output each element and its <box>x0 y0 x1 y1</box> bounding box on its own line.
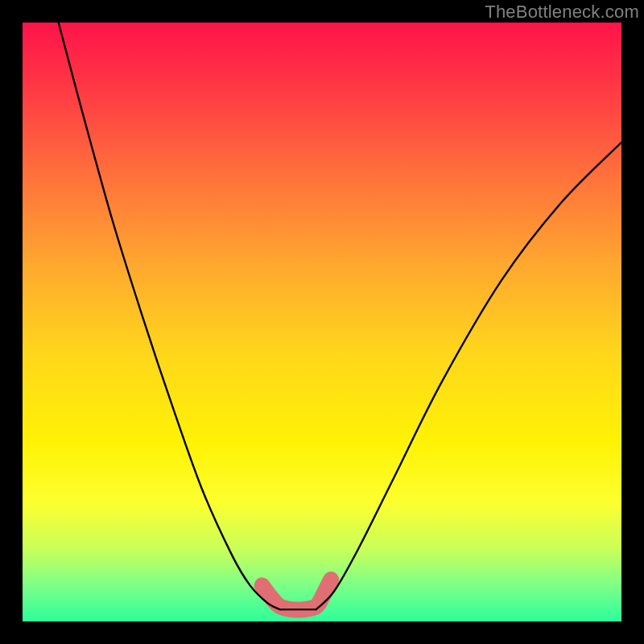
chart-canvas: TheBottleneck.com <box>0 0 644 644</box>
bottleneck-plot <box>0 0 644 644</box>
heat-gradient-background <box>23 23 621 621</box>
watermark-text: TheBottleneck.com <box>485 2 639 23</box>
